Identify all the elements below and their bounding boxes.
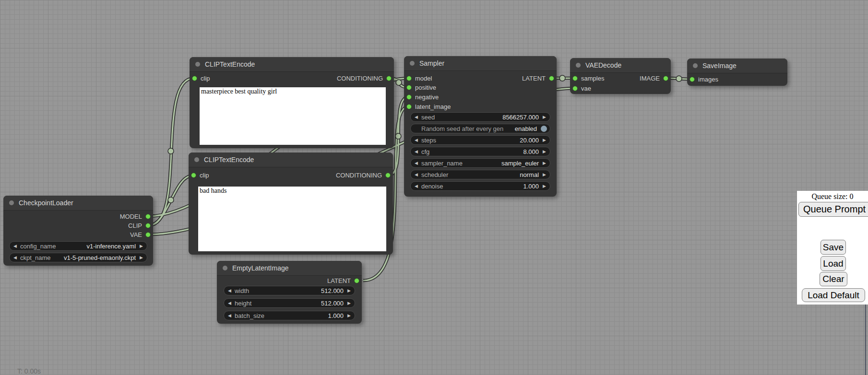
arrow-left-icon[interactable]: ◀ xyxy=(415,161,418,165)
node-title-bar[interactable]: VAEDecode xyxy=(570,58,671,73)
input-slot-negative[interactable]: negative xyxy=(406,92,439,102)
input-slot-samples[interactable]: samples xyxy=(572,73,604,83)
node-title-bar[interactable]: CLIPTextEncode xyxy=(189,152,393,167)
collapse-dot-icon[interactable] xyxy=(223,266,227,270)
widget-scheduler[interactable]: ◀ scheduler normal ▶ xyxy=(410,170,550,179)
widget-sampler-name[interactable]: ◀ sampler_name sample_euler ▶ xyxy=(410,158,550,168)
slot-dot-icon[interactable] xyxy=(145,214,151,219)
arrow-left-icon[interactable]: ◀ xyxy=(13,256,17,260)
arrow-right-icon[interactable]: ▶ xyxy=(543,115,546,119)
collapse-dot-icon[interactable] xyxy=(693,63,698,68)
collapse-dot-icon[interactable] xyxy=(576,63,581,68)
arrow-left-icon[interactable]: ◀ xyxy=(228,314,231,318)
slot-dot-icon[interactable] xyxy=(406,104,412,109)
output-slot-conditioning[interactable]: CONDITIONING xyxy=(337,73,392,83)
arrow-left-icon[interactable]: ◀ xyxy=(415,173,418,177)
slot-dot-icon[interactable] xyxy=(406,76,412,81)
arrow-left-icon[interactable]: ◀ xyxy=(415,150,418,154)
slot-dot-icon[interactable] xyxy=(145,232,151,237)
output-slot-clip[interactable]: CLIP xyxy=(128,221,151,230)
slot-dot-icon[interactable] xyxy=(572,76,578,81)
clear-button[interactable]: Clear xyxy=(820,272,847,286)
widget-denoise[interactable]: ◀ denoise 1.000 ▶ xyxy=(410,181,550,191)
arrow-left-icon[interactable]: ◀ xyxy=(13,244,17,248)
slot-dot-icon[interactable] xyxy=(690,77,695,82)
node-sampler[interactable]: Sampler model positive negative latent_i… xyxy=(404,56,557,197)
node-vae-decode[interactable]: VAEDecode samples vae IMAGE xyxy=(570,58,671,94)
node-title-bar[interactable]: EmptyLatentImage xyxy=(217,261,362,276)
input-slot-model[interactable]: model xyxy=(406,73,432,83)
arrow-left-icon[interactable]: ◀ xyxy=(415,184,418,188)
arrow-left-icon[interactable]: ◀ xyxy=(415,115,418,119)
widget-config-name[interactable]: ◀ config_name v1-inference.yaml ▶ xyxy=(9,241,147,251)
node-title-bar[interactable]: SaveImage xyxy=(687,59,787,73)
widget-seed[interactable]: ◀ seed 8566257.000 ▶ xyxy=(410,112,550,122)
prompt-textarea[interactable]: bad hands xyxy=(198,187,386,251)
widget-label: steps xyxy=(421,137,520,144)
slot-dot-icon[interactable] xyxy=(406,85,412,90)
arrow-right-icon[interactable]: ▶ xyxy=(347,314,351,318)
canvas-background[interactable]: { "canvas": { "stats_text": "T: 0.00s" }… xyxy=(0,0,868,375)
arrow-right-icon[interactable]: ▶ xyxy=(140,256,143,260)
node-title-bar[interactable]: CLIPTextEncode xyxy=(190,57,394,72)
node-save-image[interactable]: SaveImage images xyxy=(687,59,787,86)
arrow-right-icon[interactable]: ▶ xyxy=(543,173,546,177)
slot-dot-icon[interactable] xyxy=(191,173,196,178)
input-slot-vae[interactable]: vae xyxy=(572,83,591,93)
node-title-bar[interactable]: Sampler xyxy=(404,56,557,71)
output-slot-model[interactable]: MODEL xyxy=(120,211,151,221)
input-slot-clip[interactable]: clip xyxy=(191,170,209,180)
widget-ckpt-name[interactable]: ◀ ckpt_name v1-5-pruned-emaonly.ckpt ▶ xyxy=(9,253,147,262)
collapse-dot-icon[interactable] xyxy=(194,157,199,162)
load-default-button[interactable]: Load Default xyxy=(802,288,865,302)
prompt-textarea[interactable]: masterpiece best quality girl xyxy=(200,87,386,145)
slot-dot-icon[interactable] xyxy=(549,76,554,81)
output-slot-vae[interactable]: VAE xyxy=(130,230,151,239)
widget-cfg[interactable]: ◀ cfg 8.000 ▶ xyxy=(410,147,550,156)
collapse-dot-icon[interactable] xyxy=(195,62,200,67)
output-slot-latent[interactable]: LATENT xyxy=(327,276,359,285)
slot-dot-icon[interactable] xyxy=(386,76,392,81)
input-slot-images[interactable]: images xyxy=(690,74,718,84)
save-button[interactable]: Save xyxy=(820,240,846,255)
input-slot-clip[interactable]: clip xyxy=(192,73,210,83)
widget-label: seed xyxy=(421,114,502,121)
slot-dot-icon[interactable] xyxy=(145,223,151,228)
input-slot-positive[interactable]: positive xyxy=(406,82,436,92)
node-clip-text-encode-positive[interactable]: CLIPTextEncode clip CONDITIONING masterp… xyxy=(190,57,394,148)
collapse-dot-icon[interactable] xyxy=(410,61,415,66)
slot-dot-icon[interactable] xyxy=(385,173,391,178)
output-slot-image[interactable]: IMAGE xyxy=(640,73,668,83)
input-slot-latent-image[interactable]: latent_image xyxy=(406,102,451,111)
widget-batch-size[interactable]: ◀ batch_size 1.000 ▶ xyxy=(224,311,355,320)
collapse-dot-icon[interactable] xyxy=(9,200,14,205)
node-clip-text-encode-negative[interactable]: CLIPTextEncode clip CONDITIONING bad han… xyxy=(189,152,393,255)
node-empty-latent-image[interactable]: EmptyLatentImage LATENT ◀ width 512.000 … xyxy=(217,261,362,324)
output-slot-conditioning[interactable]: CONDITIONING xyxy=(336,170,391,180)
arrow-right-icon[interactable]: ▶ xyxy=(543,138,546,142)
arrow-right-icon[interactable]: ▶ xyxy=(543,150,546,154)
widget-steps[interactable]: ◀ steps 20.000 ▶ xyxy=(410,135,550,145)
slot-dot-icon[interactable] xyxy=(192,76,197,81)
widget-random-seed-toggle[interactable]: Random seed after every gen enabled xyxy=(410,124,550,133)
output-slot-latent[interactable]: LATENT xyxy=(522,73,554,83)
slot-dot-icon[interactable] xyxy=(406,94,412,100)
arrow-right-icon[interactable]: ▶ xyxy=(347,301,351,305)
queue-prompt-button[interactable]: Queue Prompt xyxy=(798,202,868,217)
arrow-left-icon[interactable]: ◀ xyxy=(415,138,418,142)
slot-dot-icon[interactable] xyxy=(354,278,359,283)
slot-dot-icon[interactable] xyxy=(572,86,578,91)
arrow-left-icon[interactable]: ◀ xyxy=(228,289,231,293)
arrow-right-icon[interactable]: ▶ xyxy=(543,184,546,188)
toggle-dot-icon[interactable] xyxy=(541,126,547,132)
node-checkpoint-loader[interactable]: CheckpointLoader MODEL CLIP VAE ◀ config… xyxy=(3,196,153,266)
arrow-right-icon[interactable]: ▶ xyxy=(543,161,546,165)
slot-dot-icon[interactable] xyxy=(663,76,668,81)
node-title-bar[interactable]: CheckpointLoader xyxy=(3,196,153,211)
arrow-right-icon[interactable]: ▶ xyxy=(347,289,351,293)
arrow-left-icon[interactable]: ◀ xyxy=(228,301,231,305)
widget-height[interactable]: ◀ height 512.000 ▶ xyxy=(224,298,355,308)
widget-width[interactable]: ◀ width 512.000 ▶ xyxy=(224,286,355,295)
arrow-right-icon[interactable]: ▶ xyxy=(140,244,143,248)
load-button[interactable]: Load xyxy=(820,256,846,271)
